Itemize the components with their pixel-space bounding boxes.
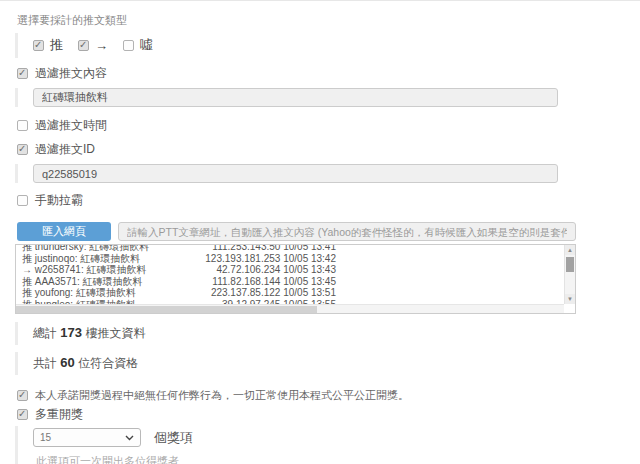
chevron-down-icon: [125, 435, 134, 441]
lottery-form: 選擇要採計的推文類型 推 → 噓 過濾推文內容 過濾推文時間 過濾推: [0, 1, 576, 464]
filter-time-label: 過濾推文時間: [35, 117, 107, 134]
comment-ip-time: 123.193.181.253 10/05 13:42: [205, 253, 336, 265]
agreement-row: 本人承諾開獎過程中絕無任何作弊行為，一切正常使用本程式公平公正開獎。: [17, 388, 576, 403]
arrow-checkbox[interactable]: [78, 40, 89, 51]
qualified-count: 60: [60, 355, 74, 370]
agreement-label: 本人承諾開獎過程中絕無任何作弊行為，一切正常使用本程式公平公正開獎。: [35, 388, 409, 403]
horizontal-scrollbar[interactable]: [16, 304, 564, 313]
filter-id-checkbox[interactable]: [17, 144, 28, 155]
comment-ip-time: 223.137.85.122 10/05 13:51: [211, 287, 336, 299]
comment-text: 推 AAA3571: 紅磚環抽飲料: [22, 276, 143, 288]
total-comments-line: 總計 173 樓推文資料: [15, 322, 576, 345]
prize-count-select[interactable]: 15: [33, 428, 141, 447]
push-checkbox[interactable]: [33, 40, 44, 51]
comment-text: 推 youfong: 紅磚環抽飲料: [22, 287, 136, 299]
boo-checkbox[interactable]: [123, 40, 134, 51]
comment-text: 推 justinoqo: 紅磚環抽飲料: [22, 253, 140, 265]
qualified-prefix: 共計: [33, 356, 57, 370]
filter-id-label: 過濾推文ID: [35, 141, 95, 158]
agreement-checkbox[interactable]: [17, 390, 28, 401]
prize-count-row: 15 個獎項: [33, 426, 576, 447]
comment-text: 推 thundersky: 紅磚環抽飲料: [22, 244, 149, 253]
import-row: 匯入網頁: [17, 222, 576, 241]
prize-count-group: 15 個獎項 此選項可一次開出多位得獎者: [15, 426, 576, 464]
scroll-up-icon[interactable]: ▲: [565, 245, 575, 255]
push-type-row: 推 → 噓: [33, 33, 576, 58]
filter-id-input[interactable]: [33, 164, 558, 183]
push-type-group: 推 → 噓: [15, 33, 576, 58]
agreement-block: 本人承諾開獎過程中絕無任何作弊行為，一切正常使用本程式公平公正開獎。 多重開獎: [15, 388, 576, 423]
horizontal-scroll-thumb[interactable]: [16, 306, 317, 313]
comment-text: → w2658741: 紅磚環抽飲料: [22, 264, 147, 276]
manual-slot-label: 手動拉霸: [35, 192, 83, 209]
vertical-scroll-thumb[interactable]: [566, 257, 574, 272]
comments-list: 推 thundersky: 紅磚環抽飲料 111.253.143.50 10/0…: [16, 244, 336, 311]
comment-ip-time: 111.253.143.50 10/05 13:41: [212, 244, 336, 253]
prize-count-suffix: 個獎項: [154, 429, 193, 447]
comment-row: 推 thundersky: 紅磚環抽飲料 111.253.143.50 10/0…: [22, 244, 336, 253]
filter-content-label: 過濾推文內容: [35, 65, 107, 82]
comments-textarea[interactable]: 推 thundersky: 紅磚環抽飲料 111.253.143.50 10/0…: [15, 244, 576, 314]
filter-content-input[interactable]: [33, 88, 558, 107]
filter-content-row: 過濾推文內容: [17, 65, 576, 82]
comment-ip-time: 42.72.106.234 10/05 13:43: [216, 264, 336, 276]
comment-row: 推 AAA3571: 紅磚環抽飲料 111.82.168.144 10/05 1…: [22, 276, 336, 288]
multi-draw-note: 此選項可一次開出多位得獎者: [36, 454, 576, 464]
filter-id-row: 過濾推文ID: [17, 141, 576, 158]
comment-row: 推 justinoqo: 紅磚環抽飲料 123.193.181.253 10/0…: [22, 253, 336, 265]
push-type-option-arrow: →: [78, 38, 108, 53]
manual-slot-checkbox[interactable]: [17, 195, 28, 206]
push-type-section-label: 選擇要採計的推文類型: [17, 13, 576, 28]
comment-row: → w2658741: 紅磚環抽飲料 42.72.106.234 10/05 1…: [22, 264, 336, 276]
total-suffix: 樓推文資料: [85, 326, 145, 340]
arrow-label: →: [95, 38, 108, 53]
multi-draw-row: 多重開獎: [17, 406, 576, 423]
scroll-down-icon[interactable]: ▼: [565, 294, 575, 304]
push-type-option-push: 推: [33, 36, 63, 54]
total-prefix: 總計: [33, 326, 57, 340]
vertical-scrollbar[interactable]: ▲ ▼: [564, 245, 575, 304]
comment-ip-time: 111.82.168.144 10/05 13:45: [212, 276, 336, 288]
import-page-button[interactable]: 匯入網頁: [17, 222, 111, 241]
comment-row: 推 youfong: 紅磚環抽飲料 223.137.85.122 10/05 1…: [22, 287, 336, 299]
filter-id-input-wrap: [15, 164, 576, 183]
manual-slot-row: 手動拉霸: [17, 192, 576, 209]
filter-time-checkbox[interactable]: [17, 120, 28, 131]
filter-time-row: 過濾推文時間: [17, 117, 576, 134]
multi-draw-checkbox[interactable]: [17, 409, 28, 420]
qualified-suffix: 位符合資格: [78, 356, 138, 370]
push-label: 推: [50, 36, 63, 54]
filter-content-checkbox[interactable]: [17, 68, 28, 79]
total-count: 173: [60, 325, 82, 340]
article-url-input[interactable]: [118, 222, 576, 241]
boo-label: 噓: [140, 36, 153, 54]
prize-count-value: 15: [40, 432, 51, 443]
multi-draw-label: 多重開獎: [35, 406, 83, 423]
filter-content-input-wrap: [15, 88, 576, 107]
qualified-count-line: 共計 60 位符合資格: [15, 352, 576, 375]
push-type-option-boo: 噓: [123, 36, 153, 54]
